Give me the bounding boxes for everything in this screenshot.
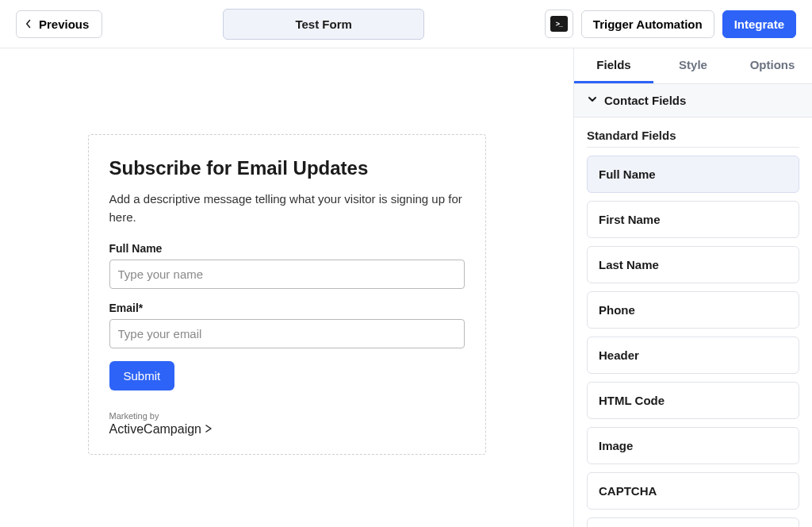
form-canvas: Subscribe for Email Updates Add a descri… — [0, 48, 574, 527]
header-center: Test Form — [102, 9, 544, 40]
sidebar: Fields Style Options Contact Fields Stan… — [574, 48, 812, 527]
chevron-down-icon — [587, 94, 598, 107]
integrate-button[interactable]: Integrate — [722, 10, 796, 38]
marketing-by-label: Marketing by — [109, 411, 465, 421]
form-name-text: Test Form — [295, 17, 351, 31]
field-item-header[interactable]: Header — [587, 337, 799, 374]
form-name-field[interactable]: Test Form — [223, 9, 423, 40]
field-item-last-name[interactable]: Last Name — [587, 246, 799, 283]
previous-button[interactable]: Previous — [16, 10, 102, 38]
terminal-icon: >_ — [550, 16, 568, 32]
sidebar-tabs: Fields Style Options — [574, 48, 812, 84]
submit-button[interactable]: Submit — [109, 361, 175, 390]
chevron-left-icon — [25, 17, 33, 31]
section-standard-fields-label: Standard Fields — [574, 117, 812, 147]
previous-label: Previous — [39, 17, 89, 31]
field-item-captcha[interactable]: CAPTCHA — [587, 472, 799, 510]
trigger-automation-button[interactable]: Trigger Automation — [581, 10, 714, 38]
field-item-phone[interactable]: Phone — [587, 291, 799, 329]
email-input[interactable] — [109, 319, 465, 348]
tab-options[interactable]: Options — [733, 48, 812, 83]
brand-name: ActiveCampaign — [109, 422, 202, 437]
group-title: Contact Fields — [604, 94, 686, 107]
standard-fields-list: Full Name First Name Last Name Phone Hea… — [574, 156, 812, 527]
field-item-list-selector[interactable]: List Selector — [587, 517, 799, 527]
full-name-input[interactable] — [109, 260, 465, 289]
form-title: Subscribe for Email Updates — [109, 157, 465, 179]
field-item-first-name[interactable]: First Name — [587, 201, 799, 238]
header-actions: >_ Trigger Automation Integrate — [545, 10, 796, 38]
field-item-image[interactable]: Image — [587, 427, 799, 464]
full-name-label: Full Name — [109, 242, 465, 255]
section-divider — [587, 147, 799, 148]
tab-fields[interactable]: Fields — [574, 48, 653, 83]
editor-header: Previous Test Form >_ Trigger Automation… — [0, 0, 812, 48]
group-contact-fields[interactable]: Contact Fields — [574, 84, 812, 117]
tab-style[interactable]: Style — [653, 48, 733, 83]
brand-link[interactable]: ActiveCampaign — [109, 422, 465, 437]
form-preview-card[interactable]: Subscribe for Email Updates Add a descri… — [88, 134, 486, 455]
email-label: Email* — [109, 302, 465, 314]
form-description: Add a descriptive message telling what y… — [109, 190, 465, 226]
field-item-html-code[interactable]: HTML Code — [587, 382, 799, 419]
brand-caret-icon — [205, 423, 214, 436]
field-item-full-name[interactable]: Full Name — [587, 156, 799, 193]
code-button[interactable]: >_ — [545, 10, 573, 38]
editor-body: Subscribe for Email Updates Add a descri… — [0, 48, 812, 527]
